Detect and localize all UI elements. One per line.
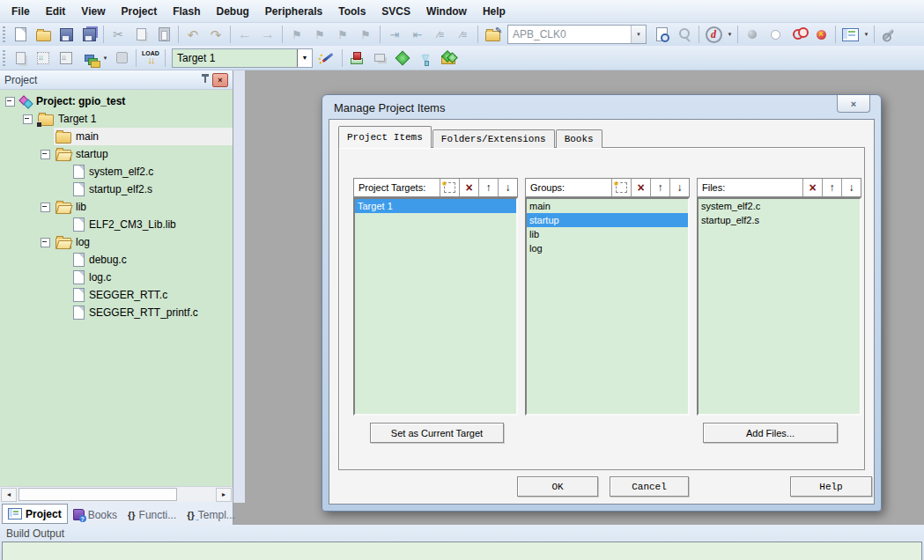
load-button[interactable]: LOAD xyxy=(139,48,162,68)
column-list[interactable]: Target 1 xyxy=(353,197,518,416)
vertical-scrollbar[interactable] xyxy=(233,70,245,503)
redo-button[interactable] xyxy=(204,25,227,44)
dropdown-button[interactable]: ▼ xyxy=(100,48,110,68)
options-wand-button[interactable] xyxy=(316,48,339,68)
menu-project[interactable]: Project xyxy=(113,0,165,22)
list-item[interactable]: startup xyxy=(527,213,688,227)
dropdown-button[interactable]: ▼ xyxy=(725,25,735,44)
cancel-button[interactable]: Cancel xyxy=(610,476,689,497)
menu-file[interactable]: File xyxy=(4,0,38,22)
tree-row[interactable]: SEGGER_RTT_printf.c xyxy=(0,304,233,321)
move-up-button[interactable] xyxy=(650,179,669,196)
tree-item[interactable]: system_elf2.c xyxy=(71,163,233,181)
toolbar-grip[interactable] xyxy=(3,26,5,42)
menu-flash[interactable]: Flash xyxy=(165,0,208,22)
list-item[interactable]: lib xyxy=(527,227,688,241)
window-layout-button[interactable] xyxy=(839,25,861,44)
new-file-button[interactable] xyxy=(9,25,32,44)
tree-item[interactable]: Project: gpio_test xyxy=(18,92,233,110)
menu-edit[interactable]: Edit xyxy=(38,0,74,22)
tree-row[interactable]: startup xyxy=(0,145,233,163)
tree-item[interactable]: debug.c xyxy=(71,251,233,269)
close-icon[interactable]: × xyxy=(212,73,228,87)
build-output-content[interactable] xyxy=(2,542,922,560)
new-item-button[interactable] xyxy=(440,179,459,196)
tree-row[interactable]: lib xyxy=(0,198,233,216)
panel-tab-templ[interactable]: Templ... xyxy=(181,505,240,524)
tree-expander-minus-icon[interactable] xyxy=(41,238,50,247)
dropdown-button[interactable]: ▼ xyxy=(861,25,871,44)
tree-row[interactable]: log xyxy=(0,233,233,251)
tree-expander-minus-icon[interactable] xyxy=(5,97,15,107)
panel-tab-project[interactable]: Project xyxy=(2,504,68,524)
tree-row[interactable]: log.c xyxy=(0,269,233,286)
undo-button[interactable] xyxy=(181,25,204,44)
horizontal-scrollbar[interactable]: ◂ ▸ xyxy=(0,486,233,502)
tree-expander-minus-icon[interactable] xyxy=(23,114,33,124)
move-up-button[interactable] xyxy=(478,179,498,196)
menu-debug[interactable]: Debug xyxy=(209,0,257,22)
tree-item[interactable]: lib xyxy=(54,198,233,216)
delete-button[interactable] xyxy=(802,179,822,196)
tree-item[interactable]: Target 1 xyxy=(36,110,233,128)
copy-button[interactable] xyxy=(129,25,152,44)
tree-row[interactable]: system_elf2.c xyxy=(0,163,233,181)
scrollbar-thumb[interactable] xyxy=(18,488,177,501)
bookmark-toggle-button[interactable] xyxy=(285,25,308,44)
build-button[interactable] xyxy=(32,48,55,68)
unindent-button[interactable] xyxy=(406,25,429,44)
bookmark-clear-all-button[interactable] xyxy=(354,25,377,44)
move-up-button[interactable] xyxy=(822,179,841,196)
find-in-files-button[interactable] xyxy=(650,25,673,44)
paste-button[interactable] xyxy=(152,25,175,44)
breakpoint-insert-button[interactable] xyxy=(741,25,764,44)
list-item[interactable]: main xyxy=(527,199,688,213)
panel-tab-functi[interactable]: Functi... xyxy=(122,505,181,524)
tree-item[interactable]: log.c xyxy=(71,269,233,286)
bookmark-next-button[interactable] xyxy=(331,25,354,44)
tree-item[interactable]: log xyxy=(54,233,233,251)
pin-icon[interactable] xyxy=(204,77,206,83)
menu-tools[interactable]: Tools xyxy=(330,0,373,22)
delete-button[interactable] xyxy=(459,179,478,196)
stack-windows-button[interactable] xyxy=(368,48,391,68)
tree-item[interactable]: startup xyxy=(54,145,233,163)
search-combo[interactable]: APB_CLK0 ▼ xyxy=(507,25,647,44)
cut-button[interactable] xyxy=(107,25,129,44)
set-current-target-button[interactable]: Set as Current Target xyxy=(370,423,504,443)
tree-row[interactable]: SEGGER_RTT.c xyxy=(0,286,233,304)
indent-button[interactable] xyxy=(383,25,406,44)
list-item[interactable]: startup_elf2.s xyxy=(699,213,860,227)
move-down-button[interactable] xyxy=(841,179,861,196)
menu-help[interactable]: Help xyxy=(475,0,514,22)
menu-svcs[interactable]: SVCS xyxy=(373,0,418,22)
tree-item[interactable]: startup_elf2.s xyxy=(71,181,233,198)
open-folder-button[interactable] xyxy=(32,25,55,44)
chevron-down-icon[interactable]: ▼ xyxy=(297,49,312,67)
nav-back-button[interactable] xyxy=(233,25,256,44)
scroll-right-icon[interactable]: ▸ xyxy=(216,488,232,502)
wrench-button[interactable] xyxy=(877,25,900,44)
tree-row[interactable]: debug.c xyxy=(0,251,233,269)
toolbar-grip[interactable] xyxy=(3,50,5,66)
comment-select-button[interactable] xyxy=(429,25,452,44)
pack-installer-button[interactable] xyxy=(437,48,460,68)
move-down-button[interactable] xyxy=(669,179,689,196)
tree-row[interactable]: startup_elf2.s xyxy=(0,181,233,198)
breakpoint-enable-button[interactable] xyxy=(764,25,787,44)
bookmark-prev-button[interactable] xyxy=(308,25,331,44)
save-all-button[interactable] xyxy=(78,25,100,44)
column-list[interactable]: system_elf2.cstartup_elf2.s xyxy=(697,197,861,416)
funnel-button[interactable] xyxy=(414,48,437,68)
debug-session-button[interactable] xyxy=(702,25,725,44)
tree-row[interactable]: Target 1 xyxy=(0,110,233,128)
ok-button[interactable]: OK xyxy=(517,476,598,497)
new-item-button[interactable] xyxy=(611,179,631,196)
panel-tab-books[interactable]: Books xyxy=(68,505,122,524)
batch-build-button[interactable] xyxy=(78,48,100,68)
menu-window[interactable]: Window xyxy=(418,0,475,22)
add-files-button[interactable]: Add Files... xyxy=(703,423,838,443)
rebuild-button[interactable] xyxy=(55,48,78,68)
tree-item[interactable]: SEGGER_RTT.c xyxy=(71,286,233,304)
translate-button[interactable] xyxy=(9,48,32,68)
